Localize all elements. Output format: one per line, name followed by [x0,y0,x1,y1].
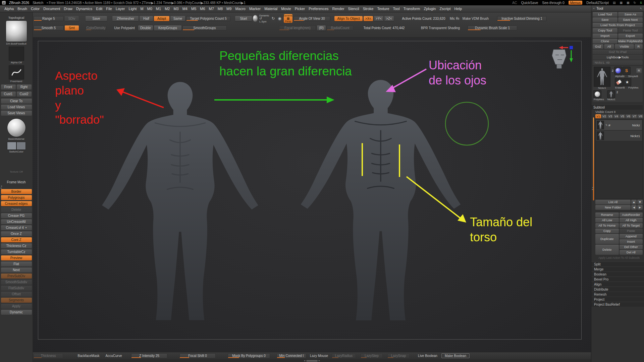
sidebar-button[interactable]: Apply [1,304,32,309]
bottom-control[interactable]: Thickness [34,353,63,358]
sculpt-viewport[interactable]: Aspecto plano y "borrado" Pequeñas difer… [33,38,591,352]
right-divider-arrows[interactable]: ◄► [592,186,594,190]
view-action-button[interactable]: Load Views [1,105,32,110]
shelf-control[interactable]: >Y< [374,16,383,21]
shelf-control[interactable]: Adapt [154,16,169,21]
menu-item[interactable]: Stroke [361,6,375,11]
menu-item[interactable]: M3 [172,6,180,11]
menu-item[interactable]: Document [42,6,62,11]
menu-item[interactable]: Marker [248,6,262,11]
menu-item[interactable]: Stencil [346,6,361,11]
bottom-control[interactable]: AccuCurve [103,353,124,358]
tool-section[interactable]: Remesh [591,292,644,297]
sidebar-button[interactable]: Creased edges [1,201,32,206]
subtool-header[interactable]: Subtool [591,105,643,110]
shelf-control[interactable]: Same [170,16,185,21]
clone-button[interactable]: Clone [593,39,618,44]
all-to-home-button[interactable]: All To Home [595,223,619,228]
append-button[interactable]: Append [620,234,643,239]
bottom-control[interactable]: Make Boolean [441,353,470,358]
sidebar-button[interactable]: Preview [1,255,32,260]
menu-item[interactable]: M4 [181,6,189,11]
horizontal-scrollbar[interactable]: ◄ ► [304,360,320,362]
bottom-control[interactable]: BackfaceMask [75,353,102,358]
subtool-tab[interactable]: V3 [607,114,613,118]
sidebar-button[interactable]: UnCreaseAll [1,219,32,224]
bottom-control[interactable]: LazyRadius [332,353,356,358]
subtool-tab[interactable]: V7 [632,114,637,118]
sidebar-button[interactable]: Thickness Cz [1,243,32,248]
subtool-tab[interactable]: V6 [626,114,631,118]
duplicate-button[interactable]: Duplicate [595,234,619,244]
view-action-button[interactable]: Save Views [1,111,32,116]
subtool-tab[interactable]: V5 [620,114,625,118]
menu-item[interactable]: Preferences [307,6,330,11]
view-button[interactable]: Front [1,84,16,89]
shelf-control[interactable]: ZRemesher [112,16,139,21]
menu-item[interactable]: Brush [16,6,29,11]
lightbox-tools-button[interactable]: Lightbox▶Tools [593,55,643,60]
left-divider-arrows[interactable]: ◄► [0,185,2,189]
sidebar-button[interactable]: CreaseLvl 4 [1,225,32,230]
menu-item[interactable]: Dynamics [74,6,94,11]
sidebar-button[interactable]: Dynamic [1,310,32,315]
tool-section[interactable]: Distribute [591,287,644,292]
sculpt-model-right[interactable] [291,77,470,327]
view-button[interactable]: Cust2 [17,92,32,97]
shelf-control[interactable]: Focal length(mm) [279,25,316,31]
bottom-control[interactable]: Lazy Mouse [307,353,331,358]
make-polymesh3d-button[interactable]: Make PolyMesh3D [618,39,643,44]
sidebar-button[interactable]: Crease PG [1,213,32,218]
subtool-tab[interactable]: V4 [613,114,619,118]
doc-layout-icon[interactable]: ▤ [613,1,616,4]
sidebar-button[interactable]: TurntableCz [1,249,32,254]
quicksave-button[interactable]: QuickSave [521,1,538,5]
shelf-control[interactable]: SmoothGroups [182,25,227,31]
menu-item[interactable]: M9 [225,6,233,11]
paste-subtool-button[interactable]: Paste [620,229,643,233]
current-brush-thumbnail[interactable] [6,21,27,42]
subtool-up-icon[interactable]: ▲ [631,200,637,204]
scroll-handle[interactable] [306,360,318,362]
save-as-button[interactable]: Save As [618,12,643,17]
active-tool-thumbnail[interactable]: Nickz1 [594,67,610,89]
tool-section[interactable]: Project BasRelief [591,302,644,307]
menu-item[interactable]: Render [331,6,346,11]
polypaint-icon[interactable] [605,124,608,127]
alpha-thumbnail[interactable] [9,47,24,60]
copy-tool-button[interactable]: Copy Tool [593,28,618,33]
grid-icon[interactable]: ▦ [620,1,623,4]
menu-item[interactable]: M0 [146,6,154,11]
goz-button[interactable]: GoZ [593,44,603,49]
shelf-control[interactable]: Align To Object [334,16,363,21]
subtool-tab[interactable]: V8 [638,114,643,118]
tool-section[interactable]: Merge [591,266,644,272]
shelf-control[interactable]: Half [140,16,153,21]
menu-item[interactable]: Movie [279,6,292,11]
goz-visible-button[interactable]: Visible [615,44,634,49]
sidebar-button[interactable]: Cont Z [1,237,32,242]
menu-item[interactable]: Transform [402,6,422,11]
eye-icon[interactable] [608,124,611,127]
shelf-control[interactable]: Use Polypaint [112,25,137,31]
sidebar-button[interactable]: PrevSubDiv [1,274,32,279]
shelf-control[interactable]: Save [86,16,107,21]
bottom-control[interactable]: Focal Shift 0 [179,353,216,358]
shelf-control[interactable]: Target Polygons Count 5 [186,16,230,21]
local-symmetry-icon[interactable]: L.Sym [259,17,269,23]
view-button[interactable]: Rght [17,84,32,89]
bottom-control[interactable]: LazyStep [361,353,383,358]
tool-section[interactable]: Boolean [591,272,644,277]
frame-mesh-button[interactable]: Frame Mesh [1,180,32,185]
menu-item[interactable]: Light [127,6,139,11]
view-button[interactable]: Cust1 [1,92,16,97]
tool-section[interactable]: Bevel Pro [591,277,644,282]
secondary-color-swatch[interactable] [17,142,25,149]
menu-item[interactable]: M [139,6,145,11]
shelf-control[interactable]: Range 5 [34,16,64,21]
shelf-control[interactable]: Inactive Subtool Dimming 1 [497,16,547,21]
preview-sphere-icon[interactable] [253,15,258,22]
tool-section[interactable]: Project [591,297,644,302]
stroke-thumbnail[interactable] [9,66,24,79]
tool-r-button[interactable]: R [636,68,642,73]
